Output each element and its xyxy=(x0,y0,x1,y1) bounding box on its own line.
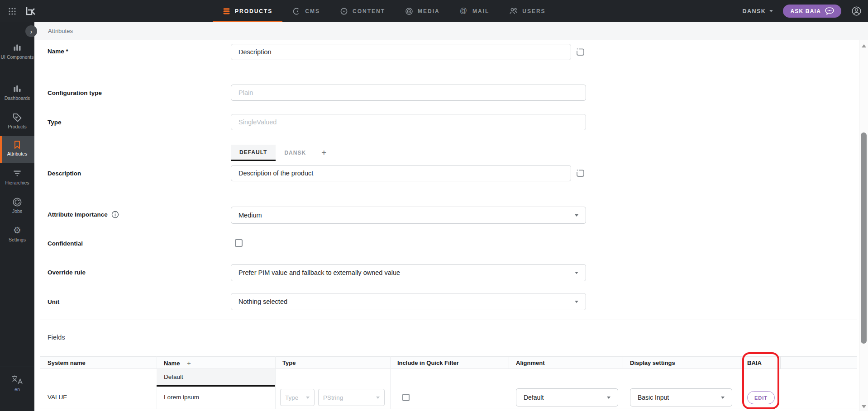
field-locale-tab-label: Default xyxy=(164,373,275,380)
app-grid-icon[interactable] xyxy=(8,7,16,15)
sidebar-item-settings[interactable]: ⚙ Settings xyxy=(0,224,34,250)
col-type: Type xyxy=(282,357,296,369)
override-rule-select[interactable]: Prefer PIM value and fallback to externa… xyxy=(231,264,586,281)
topbar: PRODUCTS CMS CONTENT xyxy=(0,0,868,22)
table-row: VALUE Lorem ipsum Type PString Default B… xyxy=(40,387,857,408)
type-input[interactable] xyxy=(231,114,586,130)
field-subtype-select[interactable]: PString xyxy=(318,389,385,406)
scrollbar-thumb[interactable] xyxy=(861,132,867,344)
users-icon xyxy=(509,7,518,15)
column-divider xyxy=(509,356,509,369)
sidebar-item-products[interactable]: Products xyxy=(0,111,34,137)
mail-at-icon: @ xyxy=(460,7,468,14)
sidebar-item-ui-components[interactable]: UI Components xyxy=(0,41,34,74)
chat-bubble-icon xyxy=(825,7,834,15)
field-locale-tab-default[interactable]: Default xyxy=(157,369,275,387)
unit-value: Nothing selected xyxy=(238,298,287,305)
col-alignment: Alignment xyxy=(516,357,545,369)
sidebar-item-label: Jobs xyxy=(12,208,22,214)
alignment-select[interactable]: Default xyxy=(516,388,618,406)
app-window: PRODUCTS CMS CONTENT xyxy=(0,0,868,411)
attribute-importance-label: Attribute Importance xyxy=(48,211,119,218)
column-divider xyxy=(780,356,781,369)
breadcrumb-bar: › Attributes xyxy=(34,22,868,40)
nav-products[interactable]: PRODUCTS xyxy=(213,0,282,22)
quick-filter-checkbox[interactable] xyxy=(402,394,410,401)
description-input[interactable] xyxy=(231,165,571,181)
tab-dansk[interactable]: DANSK xyxy=(276,145,315,161)
display-settings-select[interactable]: Basic Input xyxy=(630,388,732,406)
nav-mail[interactable]: @ MAIL xyxy=(450,0,500,22)
copy-locale-icon[interactable] xyxy=(575,47,585,57)
alignment-value: Default xyxy=(524,394,544,401)
field-subtype-value: PString xyxy=(323,394,343,401)
name-label: Name * xyxy=(48,48,68,55)
bookmark-icon xyxy=(0,140,34,150)
override-rule-value: Prefer PIM value and fallback to externa… xyxy=(238,269,400,276)
nav-label: PRODUCTS xyxy=(235,8,272,14)
sidebar-item-label: Products xyxy=(8,124,26,129)
column-divider xyxy=(623,356,623,369)
sidebar-item-jobs[interactable]: Jobs xyxy=(0,195,34,222)
unit-select[interactable]: Nothing selected xyxy=(231,293,586,310)
chevron-down-icon xyxy=(306,397,310,399)
sidebar: UI Components Dashboards Products xyxy=(0,22,34,411)
nav-users[interactable]: USERS xyxy=(499,0,555,22)
media-icon xyxy=(405,7,413,15)
language-selector[interactable]: DANSK xyxy=(742,8,773,14)
tab-default[interactable]: DEFAULT xyxy=(231,145,276,161)
baia-edit-button[interactable]: EDIT xyxy=(747,391,775,404)
nav-label: USERS xyxy=(522,8,545,14)
products-layers-icon xyxy=(223,8,230,15)
brand-logo-icon[interactable] xyxy=(24,5,38,17)
chevron-down-icon xyxy=(575,301,578,303)
cell-system-name: VALUE xyxy=(48,387,67,408)
configuration-type-input[interactable] xyxy=(231,85,586,101)
sidebar-item-hierarchies[interactable]: Hierarchies xyxy=(0,167,34,193)
ask-baia-button[interactable]: ASK BAIA xyxy=(783,5,841,18)
sidebar-item-attributes[interactable]: Attributes xyxy=(0,136,34,163)
sidebar-item-label: Settings xyxy=(9,237,26,242)
scroll-up-arrow-icon[interactable] xyxy=(862,44,866,47)
col-display-settings: Display settings xyxy=(630,357,675,369)
nav-label: CMS xyxy=(305,8,320,14)
hierarchies-icon xyxy=(0,169,34,179)
override-rule-label: Override rule xyxy=(48,269,86,276)
confidential-label: Confidential xyxy=(48,240,83,247)
sidebar-item-label: Hierarchies xyxy=(5,180,29,185)
col-name-text: Name xyxy=(164,360,180,367)
description-label: Description xyxy=(48,170,81,177)
sidebar-item-dashboards[interactable]: Dashboards xyxy=(0,82,34,109)
copy-locale-icon[interactable] xyxy=(575,168,585,178)
confidential-checkbox[interactable] xyxy=(235,239,243,247)
nav-media[interactable]: MEDIA xyxy=(395,0,450,22)
sidebar-language-code: en xyxy=(0,387,34,392)
sidebar-item-label: UI Components xyxy=(1,54,34,60)
add-field-icon[interactable]: + xyxy=(187,359,191,367)
user-avatar-icon[interactable] xyxy=(851,6,862,16)
vertical-scrollbar[interactable] xyxy=(859,40,868,411)
translate-icon xyxy=(0,374,34,385)
breadcrumb: Attributes xyxy=(48,28,73,34)
sidebar-language-switcher[interactable]: en xyxy=(0,367,34,411)
field-type-select[interactable]: Type xyxy=(280,389,315,406)
attribute-importance-select[interactable]: Medium xyxy=(231,207,586,224)
chevron-down-icon xyxy=(769,10,773,12)
sidebar-collapse-button[interactable]: › xyxy=(25,25,37,37)
nav-content[interactable]: CONTENT xyxy=(330,0,395,22)
cms-icon xyxy=(292,7,300,15)
scroll-down-arrow-icon[interactable] xyxy=(862,405,866,408)
name-input[interactable] xyxy=(231,44,571,60)
nav-label: MEDIA xyxy=(418,8,440,14)
nav-cms[interactable]: CMS xyxy=(282,0,330,22)
top-navigation: PRODUCTS CMS CONTENT xyxy=(213,0,556,22)
attribute-editor: Name * Configuration type Type DEFAULT D… xyxy=(34,40,859,411)
attribute-importance-text: Attribute Importance xyxy=(48,211,108,218)
configuration-type-label: Configuration type xyxy=(48,90,102,96)
field-type-value: Type xyxy=(285,394,298,401)
info-icon[interactable] xyxy=(111,211,119,218)
product-tag-icon xyxy=(0,113,34,123)
dashboards-icon xyxy=(0,84,34,94)
add-locale-button[interactable]: + xyxy=(315,145,334,161)
language-label: DANSK xyxy=(742,8,766,14)
